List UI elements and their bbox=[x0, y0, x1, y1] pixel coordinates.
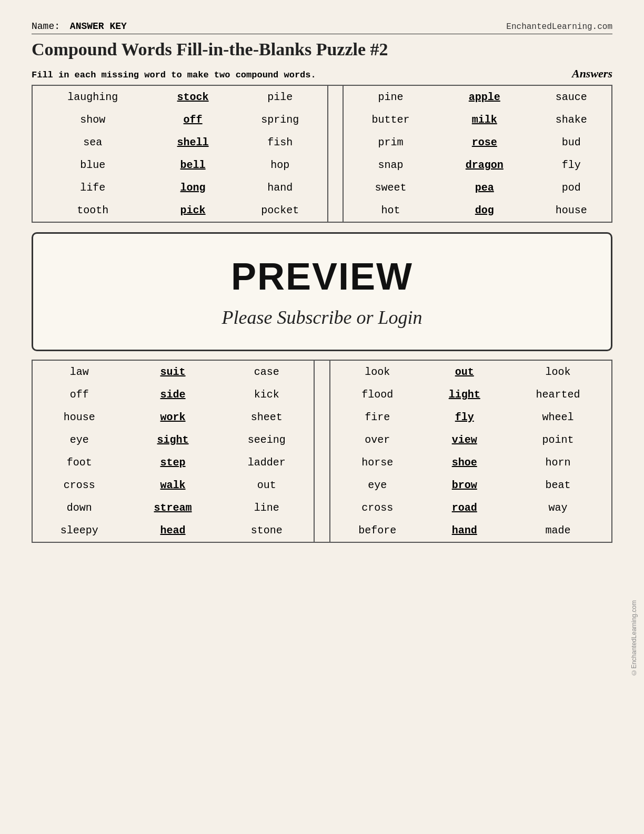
answer-cell: sight bbox=[157, 434, 189, 446]
instruction-text: Fill in each missing word to make two co… bbox=[32, 70, 316, 80]
page-title: Compound Words Fill-in-the-Blanks Puzzle… bbox=[32, 39, 612, 59]
answer-cell: head bbox=[160, 524, 186, 537]
word-cell: seeing bbox=[248, 434, 286, 446]
answer-cell: shell bbox=[177, 136, 209, 148]
word-cell: wheel bbox=[542, 411, 573, 423]
answer-cell: work bbox=[160, 411, 186, 423]
word-cell: sheet bbox=[251, 411, 283, 423]
table-row: bluebellhopsnapdragonfly bbox=[33, 154, 611, 176]
word-cell: made bbox=[545, 524, 570, 537]
table-row: showoffspringbuttermilkshake bbox=[33, 108, 611, 131]
answer-cell: light bbox=[449, 389, 480, 401]
table-row: downstreamlinecrossroadway bbox=[33, 497, 611, 519]
word-cell: law bbox=[70, 366, 89, 378]
instruction-row: Fill in each missing word to make two co… bbox=[32, 67, 612, 81]
answer-cell: walk bbox=[160, 479, 186, 491]
answer-cell: suit bbox=[160, 366, 186, 378]
word-cell: hot bbox=[381, 204, 400, 216]
table-row: lifelonghandsweetpeapod bbox=[33, 176, 611, 199]
word-cell: eye bbox=[70, 434, 89, 446]
word-cell: sea bbox=[83, 136, 102, 148]
top-puzzle-table: laughingstockpilepineapplesauceshowoffsp… bbox=[33, 86, 611, 222]
answer-cell: off bbox=[184, 114, 203, 126]
word-cell: hand bbox=[267, 182, 293, 194]
preview-title: PREVIEW bbox=[44, 255, 600, 298]
table-row: offsidekickfloodlighthearted bbox=[33, 383, 611, 406]
name-label: Name: bbox=[32, 21, 60, 32]
answer-cell: shoe bbox=[452, 456, 477, 469]
word-cell: out bbox=[257, 479, 276, 491]
word-cell: eye bbox=[368, 479, 387, 491]
word-cell: sleepy bbox=[61, 524, 98, 537]
bottom-puzzle-table: lawsuitcaselookoutlookoffsidekickfloodli… bbox=[33, 361, 611, 542]
word-cell: fish bbox=[267, 136, 293, 148]
answer-cell: pick bbox=[180, 204, 206, 216]
word-cell: sweet bbox=[375, 182, 407, 194]
word-cell: foot bbox=[67, 456, 92, 469]
word-cell: horn bbox=[545, 456, 570, 469]
table-row: sleepyheadstonebeforehandmade bbox=[33, 519, 611, 542]
answer-cell: fly bbox=[455, 411, 474, 423]
answer-cell: view bbox=[452, 434, 477, 446]
word-cell: kick bbox=[254, 389, 279, 401]
word-cell: pod bbox=[562, 182, 581, 194]
table-row: eyesightseeingoverviewpoint bbox=[33, 429, 611, 451]
name-line: Name: ANSWER KEY bbox=[32, 21, 127, 32]
top-bar: Name: ANSWER KEY EnchantedLearning.com bbox=[32, 21, 612, 34]
table-row: houseworksheetfireflywheel bbox=[33, 406, 611, 429]
word-cell: down bbox=[67, 502, 92, 514]
word-cell: blue bbox=[80, 159, 105, 171]
word-cell: laughing bbox=[67, 91, 118, 103]
word-cell: cross bbox=[64, 479, 95, 491]
answer-cell: dragon bbox=[466, 159, 504, 171]
table-row: toothpickpockethotdoghouse bbox=[33, 199, 611, 222]
answer-cell: milk bbox=[472, 114, 497, 126]
word-cell: pocket bbox=[261, 204, 299, 216]
word-cell: show bbox=[80, 114, 105, 126]
site-name: EnchantedLearning.com bbox=[506, 22, 612, 32]
answers-label: Answers bbox=[572, 67, 612, 81]
word-cell: snap bbox=[378, 159, 404, 171]
word-cell: line bbox=[254, 502, 279, 514]
answer-cell: brow bbox=[452, 479, 477, 491]
word-cell: pile bbox=[267, 91, 293, 103]
word-cell: house bbox=[64, 411, 95, 423]
answer-cell: pea bbox=[475, 182, 494, 194]
bottom-table-wrapper: lawsuitcaselookoutlookoffsidekickfloodli… bbox=[32, 360, 612, 543]
word-cell: prim bbox=[378, 136, 404, 148]
answer-cell: dog bbox=[475, 204, 494, 216]
word-cell: point bbox=[542, 434, 573, 446]
word-cell: over bbox=[365, 434, 390, 446]
word-cell: look bbox=[545, 366, 570, 378]
answer-cell: out bbox=[455, 366, 474, 378]
answer-cell: long bbox=[180, 182, 206, 194]
table-row: laughingstockpilepineapplesauce bbox=[33, 86, 611, 108]
name-value: ANSWER KEY bbox=[70, 21, 127, 32]
word-cell: case bbox=[254, 366, 279, 378]
word-cell: tooth bbox=[77, 204, 108, 216]
table-row: footstepladderhorseshoehorn bbox=[33, 451, 611, 474]
answer-cell: bell bbox=[180, 159, 206, 171]
word-cell: pine bbox=[378, 91, 404, 103]
word-cell: hearted bbox=[536, 389, 580, 401]
word-cell: horse bbox=[361, 456, 393, 469]
word-cell: sauce bbox=[556, 91, 587, 103]
word-cell: before bbox=[358, 524, 396, 537]
word-cell: life bbox=[80, 182, 105, 194]
answer-cell: apple bbox=[469, 91, 500, 103]
preview-box: PREVIEW Please Subscribe or Login bbox=[32, 232, 612, 351]
word-cell: ladder bbox=[248, 456, 286, 469]
word-cell: spring bbox=[261, 114, 299, 126]
word-cell: stone bbox=[251, 524, 283, 537]
word-cell: shake bbox=[556, 114, 587, 126]
word-cell: cross bbox=[361, 502, 393, 514]
word-cell: fire bbox=[365, 411, 390, 423]
word-cell: beat bbox=[545, 479, 570, 491]
word-cell: house bbox=[556, 204, 587, 216]
top-table-wrapper: laughingstockpilepineapplesauceshowoffsp… bbox=[32, 85, 612, 223]
word-cell: way bbox=[548, 502, 567, 514]
table-row: lawsuitcaselookoutlook bbox=[33, 361, 611, 383]
table-row: crosswalkouteyebrowbeat bbox=[33, 474, 611, 497]
answer-cell: rose bbox=[472, 136, 497, 148]
word-cell: fly bbox=[562, 159, 581, 171]
